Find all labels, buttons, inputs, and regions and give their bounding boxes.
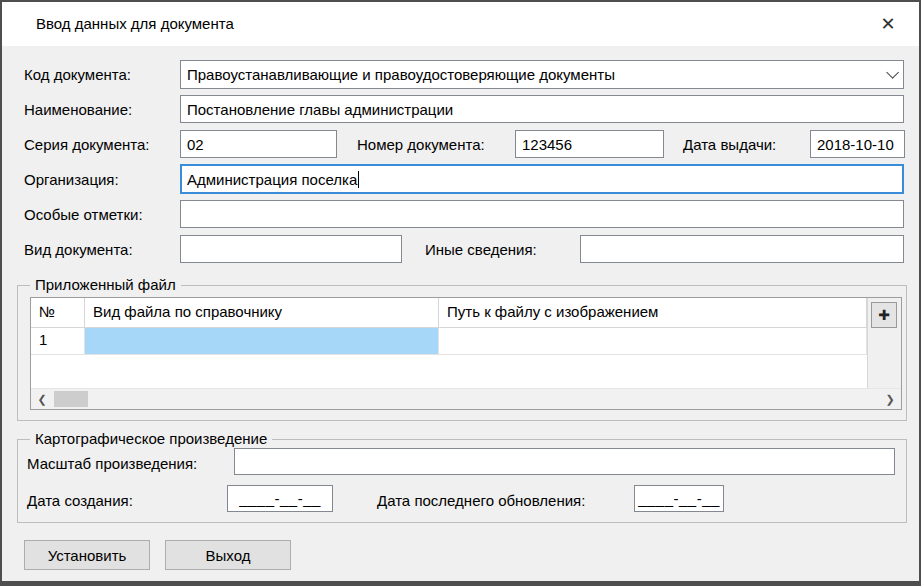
attached-file-table: ✚ № Вид файла по справочнику Путь к файл… [30, 297, 902, 410]
scrollbar-thumb[interactable] [54, 391, 88, 407]
scale-label: Масштаб произведения: [27, 455, 197, 472]
creation-date-input[interactable]: ____-__-__ [227, 485, 333, 512]
document-data-entry-dialog: Ввод данных для документа ✕ Код документ… [0, 0, 921, 586]
last-update-label: Дата последнего обновления: [377, 492, 585, 509]
special-marks-input[interactable] [180, 200, 904, 228]
text-caret [358, 171, 359, 188]
scroll-left-icon[interactable]: ❮ [33, 389, 51, 409]
series-input[interactable] [180, 130, 337, 158]
close-icon[interactable]: ✕ [873, 11, 903, 37]
organization-value: Администрация поселка [187, 171, 357, 188]
special-marks-label: Особые отметки: [24, 206, 143, 223]
name-input[interactable] [180, 95, 904, 123]
cell-file-path[interactable] [439, 328, 867, 355]
last-update-input[interactable]: ____-__-__ [634, 485, 724, 512]
cell-row-number[interactable]: 1 [31, 328, 85, 355]
column-header-file-kind[interactable]: Вид файла по справочнику [85, 298, 439, 328]
other-info-label: Иные сведения: [425, 241, 537, 258]
add-row-button[interactable]: ✚ [871, 302, 897, 328]
creation-date-label: Дата создания: [27, 492, 133, 509]
column-header-file-path[interactable]: Путь к файлу с изображением [439, 298, 867, 328]
name-label: Наименование: [24, 101, 132, 118]
organization-label: Организация: [24, 171, 119, 188]
table-side-strip: ✚ [867, 298, 901, 388]
scale-input[interactable] [234, 448, 895, 475]
doc-code-value: Правоустанавливающие и правоудостоверяющ… [187, 66, 615, 83]
doc-code-combobox[interactable]: Правоустанавливающие и правоудостоверяющ… [180, 60, 904, 89]
issue-date-label: Дата выдачи: [683, 136, 776, 153]
doc-code-label: Код документа: [24, 66, 131, 83]
organization-input[interactable]: Администрация поселка [180, 164, 904, 194]
chevron-down-icon [886, 66, 899, 79]
cell-file-kind-selected[interactable] [85, 328, 439, 355]
issue-date-input[interactable] [810, 130, 905, 158]
scroll-right-icon[interactable]: ❯ [881, 389, 899, 409]
table-header: № Вид файла по справочнику Путь к файлу … [31, 298, 901, 328]
doc-kind-label: Вид документа: [24, 241, 133, 258]
other-info-input[interactable] [580, 235, 904, 263]
number-input[interactable] [515, 130, 664, 158]
column-header-num[interactable]: № [31, 298, 85, 328]
doc-kind-input[interactable] [180, 235, 402, 263]
attached-file-group-title: Приложенный файл [30, 276, 181, 293]
cartographic-group-title: Картографическое произведение [30, 430, 272, 447]
number-label: Номер документа: [357, 136, 485, 153]
titlebar: Ввод данных для документа ✕ [2, 2, 919, 46]
dialog-title: Ввод данных для документа [36, 15, 234, 32]
table-row: 1 [31, 328, 901, 355]
set-button[interactable]: Установить [24, 540, 150, 570]
horizontal-scrollbar[interactable]: ❮ ❯ [31, 388, 901, 409]
series-label: Серия документа: [24, 136, 150, 153]
exit-button[interactable]: Выход [165, 540, 291, 570]
